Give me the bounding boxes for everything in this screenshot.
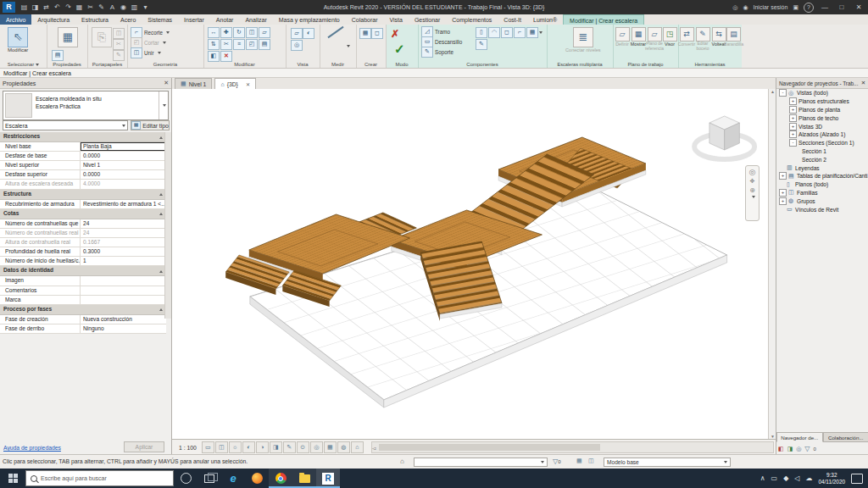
landing-button[interactable]: ▭Descansillo (421, 36, 462, 47)
join-button[interactable]: ◫Unir (131, 47, 170, 58)
editable-only-icon[interactable]: ▦ (576, 458, 582, 464)
tab-anotar[interactable]: Anotar (210, 14, 240, 25)
tab-complementos[interactable]: Complementos (446, 14, 498, 25)
sketch-pencil-icon[interactable]: ✎ (476, 39, 487, 50)
tree-item-planos-de-planta[interactable]: +Planos de planta (776, 106, 868, 114)
copy-icon[interactable]: ◫ (113, 28, 125, 39)
measure-line-icon[interactable] (327, 26, 343, 38)
temporary-view-icon[interactable]: ▦ (324, 441, 337, 453)
tree-item-seccion-2[interactable]: Sección 2 (776, 155, 868, 164)
navbar-dropdown-icon[interactable] (752, 196, 755, 198)
paste-button[interactable]: ⎘ (92, 27, 112, 47)
type-selector[interactable]: Escalera moldeada in situ Escalera Práct… (3, 91, 169, 120)
section-header[interactable]: Cotas (0, 209, 166, 219)
panel-label[interactable]: Portapapeles (87, 62, 127, 67)
close-properties-icon[interactable]: ✕ (164, 80, 169, 86)
property-row[interactable]: Marca (0, 296, 166, 305)
maximize-button[interactable]: □ (836, 3, 848, 11)
match-icon[interactable]: ✎ (113, 50, 125, 61)
visual-style-icon[interactable]: ◫ (215, 441, 228, 453)
action-center-icon[interactable] (851, 474, 863, 484)
3d-view-icon[interactable]: ◉ (118, 3, 129, 11)
tree-item-planos-de-techo[interactable]: +Planos de techo (776, 114, 868, 122)
status-funnel-icon[interactable]: ▽0 (553, 458, 561, 465)
support-button[interactable]: ✎Soporte (421, 47, 462, 57)
create-similar-icon[interactable]: ◻ (371, 28, 383, 39)
property-row[interactable]: Nivel superiorNivel 1 (0, 161, 166, 170)
reveal-hidden-icon[interactable]: ◎ (310, 441, 323, 453)
trim-icon[interactable]: ≡ (233, 39, 245, 50)
tree-item-secciones[interactable]: -Secciones (Sección 1) (776, 139, 868, 147)
store-icon[interactable]: ▣ (793, 4, 798, 11)
vertical-scroll-thumb[interactable] (770, 165, 776, 267)
scale-icon[interactable]: ▤ (259, 39, 270, 50)
properties-toggle-button[interactable]: ▦ (58, 27, 78, 47)
sync-icon[interactable]: ⇄ (41, 3, 52, 11)
pin-icon[interactable]: ◰ (246, 39, 258, 50)
exclude-options-icon[interactable]: ◫ (588, 458, 594, 464)
tab-masa[interactable]: Masa y emplazamiento (273, 14, 346, 25)
crop-view-icon[interactable]: ◨ (270, 441, 282, 453)
taskbar-search-input[interactable]: Escribe aquí para buscar (25, 470, 174, 486)
signin-button[interactable]: Iniciar sesión (754, 4, 788, 10)
tree-item-seccion-1[interactable]: Sección 1 (776, 147, 868, 156)
revit-logo-icon[interactable]: R (3, 2, 15, 13)
horizontal-scroll-thumb[interactable] (379, 444, 599, 451)
edit-sketch-button[interactable]: ✎ Editar boceto (694, 27, 711, 51)
tree-item-planos-todo[interactable]: ▯Planos (todo) (776, 180, 868, 189)
viewer-button[interactable]: ◳ Visor (663, 27, 676, 47)
tab-insertar[interactable]: Insertar (178, 14, 210, 25)
clock[interactable]: 9:32 04/11/2020 (818, 472, 845, 485)
tab-colaborar[interactable]: Colaborar (346, 14, 384, 25)
browser-search-icon[interactable]: ◎ (796, 446, 801, 452)
edit-type-button[interactable]: ▦ Editar tipo (131, 120, 170, 130)
redo-icon[interactable]: ↷ (63, 3, 74, 11)
steering-wheel-icon[interactable]: ◎ (749, 168, 756, 176)
set-workplane-button[interactable]: ▱ Definir (615, 27, 630, 47)
detail-level-icon[interactable]: ▭ (202, 441, 214, 453)
close-browser-icon[interactable]: ✕ (861, 80, 865, 86)
tree-item-familias[interactable]: +◫Familias (776, 189, 868, 197)
task-view-button[interactable] (198, 469, 221, 488)
analytical-icon[interactable]: ◍ (337, 441, 350, 453)
panel-label[interactable]: Herramientas (678, 62, 742, 67)
custom-run-icon[interactable]: ▦ (526, 27, 538, 38)
thin-lines-icon[interactable]: ▱ (291, 28, 303, 39)
ref-plane-button[interactable]: ▱ Plano de referencia (646, 27, 663, 51)
tab-acero[interactable]: Acero (114, 14, 142, 25)
rotate-icon[interactable]: ↻ (233, 27, 245, 38)
undo-icon[interactable]: ↶ (52, 3, 63, 11)
show-workplane-button[interactable]: ▦ Mostrar (631, 27, 646, 47)
design-options-combo[interactable]: Modelo base (604, 458, 731, 467)
filter-combo[interactable]: Escalera (3, 120, 128, 130)
tab-archivo[interactable]: Archivo (0, 14, 31, 25)
minimize-button[interactable]: — (819, 3, 831, 11)
run-button[interactable]: ◿Tramo (421, 26, 462, 36)
split-icon[interactable]: ✂ (220, 39, 232, 50)
straight-run-icon[interactable]: ▯ (476, 27, 487, 38)
tab-navegador[interactable]: Navegador de... (776, 432, 823, 442)
tab-sistemas[interactable]: Sistemas (142, 14, 178, 25)
tree-item-alzados[interactable]: +Alzados (Alzado 1) (776, 130, 868, 139)
cut-icon[interactable]: ✂ (113, 39, 125, 50)
spiral-run-icon[interactable]: ◠ (488, 27, 500, 38)
dropbox-icon[interactable]: ◆ (783, 474, 788, 482)
property-row[interactable]: Fase de derriboNinguno (0, 324, 166, 334)
property-row[interactable]: Desfase de base0.0000 (0, 152, 166, 161)
worksets-home-icon[interactable]: ⌂ (400, 458, 404, 465)
mirror-icon[interactable]: ◫ (246, 27, 258, 38)
align-icon[interactable]: ↔ (208, 27, 220, 38)
panel-label[interactable]: Modificar (203, 62, 286, 67)
panel-label[interactable]: Plano de trabajo (613, 62, 678, 67)
search-icon[interactable]: ◎ (732, 4, 737, 11)
tag-icon[interactable]: ✎ (96, 3, 107, 11)
hide-icon[interactable]: ◐ (303, 28, 314, 39)
start-button[interactable] (0, 469, 25, 488)
teams-icon[interactable]: ▭ (771, 474, 778, 482)
pan-icon[interactable]: ✥ (750, 178, 755, 185)
worksets-combo[interactable] (414, 458, 548, 467)
property-row[interactable]: Desfase superior0.0000 (0, 170, 166, 180)
section-header[interactable]: Estructura (0, 190, 166, 200)
firefox-button[interactable] (245, 469, 269, 488)
cortana-button[interactable] (174, 469, 198, 488)
